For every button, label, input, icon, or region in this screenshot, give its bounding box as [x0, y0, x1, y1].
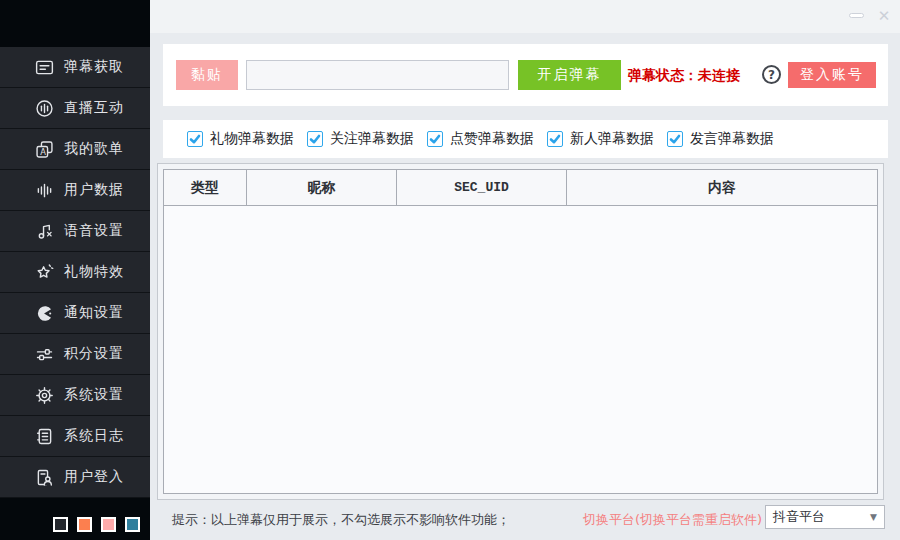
platform-select[interactable]: 抖音平台 ▼ [765, 505, 885, 529]
filter-like-danmaku[interactable]: 点赞弹幕数据 [427, 120, 534, 158]
sidebar-item-label: 我的歌单 [64, 140, 124, 158]
sidebar-item-label: 用户数据 [64, 181, 124, 199]
room-url-input[interactable] [246, 60, 509, 90]
filter-label: 发言弹幕数据 [690, 130, 774, 148]
theme-color-swatches [0, 517, 150, 532]
table-header-row: 类型 昵称 SEC_UID 内容 [164, 170, 877, 206]
sidebar-item-my-playlist[interactable]: A 我的歌单 [0, 129, 150, 170]
filter-newcomer-danmaku[interactable]: 新人弹幕数据 [547, 120, 654, 158]
minimize-button[interactable] [849, 13, 864, 18]
checkbox-checked-icon[interactable] [307, 131, 323, 147]
table-header-type: 类型 [164, 170, 247, 205]
system-gear-icon [34, 385, 55, 406]
sidebar-item-label: 弹幕获取 [64, 58, 124, 76]
chevron-down-icon: ▼ [870, 512, 877, 522]
theme-swatch-dark[interactable] [53, 517, 68, 532]
login-account-button[interactable]: 登入账号 [788, 62, 876, 88]
footer-tip-label: 提示：以上弹幕仅用于展示，不勾选展示不影响软件功能； [172, 511, 510, 529]
sidebar-item-user-login[interactable]: 用户登入 [0, 457, 150, 498]
points-sliders-icon [34, 344, 55, 365]
checkbox-checked-icon[interactable] [547, 131, 563, 147]
sidebar-item-points-settings[interactable]: 积分设置 [0, 334, 150, 375]
sidebar-item-label: 通知设置 [64, 304, 124, 322]
filter-label: 点赞弹幕数据 [450, 130, 534, 148]
filter-gift-danmaku[interactable]: 礼物弹幕数据 [187, 120, 294, 158]
danmaku-status-label: 弹幕状态：未连接 [628, 67, 740, 85]
user-data-bars-icon [34, 180, 55, 201]
sidebar-item-label: 积分设置 [64, 345, 124, 363]
close-button[interactable]: ✕ [875, 6, 893, 26]
filter-card: 礼物弹幕数据 关注弹幕数据 点赞弹幕数据 新人弹幕数据 发言弹幕数据 [163, 120, 888, 158]
filter-label: 关注弹幕数据 [330, 130, 414, 148]
live-interact-icon [34, 98, 55, 119]
sidebar-item-live-interaction[interactable]: 直播互动 [0, 88, 150, 129]
notification-icon [34, 303, 55, 324]
connection-card: 黏贴 开启弹幕 弹幕状态：未连接 ? 登入账号 [163, 44, 888, 106]
checkbox-checked-icon[interactable] [667, 131, 683, 147]
filter-label: 礼物弹幕数据 [210, 130, 294, 148]
danmaku-list-icon [34, 57, 55, 78]
sidebar-item-system-settings[interactable]: 系统设置 [0, 375, 150, 416]
sidebar-nav: 弹幕获取 直播互动 A 我的歌单 用户数据 语音设置 [0, 47, 150, 498]
sidebar-item-label: 系统日志 [64, 427, 124, 445]
filter-chat-danmaku[interactable]: 发言弹幕数据 [667, 120, 774, 158]
theme-swatch-teal[interactable] [125, 517, 140, 532]
table-header-nickname: 昵称 [247, 170, 397, 205]
danmaku-table: 类型 昵称 SEC_UID 内容 [163, 169, 878, 494]
checkbox-checked-icon[interactable] [187, 131, 203, 147]
filter-follow-danmaku[interactable]: 关注弹幕数据 [307, 120, 414, 158]
sidebar-item-gift-effects[interactable]: 礼物特效 [0, 252, 150, 293]
table-body-empty [164, 206, 877, 493]
sidebar-item-label: 语音设置 [64, 222, 124, 240]
filter-label: 新人弹幕数据 [570, 130, 654, 148]
gift-star-icon [34, 262, 55, 283]
theme-swatch-pink[interactable] [101, 517, 116, 532]
playlist-icon: A [34, 139, 55, 160]
paste-button[interactable]: 黏贴 [176, 60, 238, 90]
help-icon[interactable]: ? [762, 65, 781, 84]
table-header-sec-uid: SEC_UID [397, 170, 567, 205]
start-danmaku-button[interactable]: 开启弹幕 [518, 60, 621, 90]
sidebar-item-voice-settings[interactable]: 语音设置 [0, 211, 150, 252]
voice-note-icon [34, 221, 55, 242]
sidebar-item-user-data[interactable]: 用户数据 [0, 170, 150, 211]
sidebar-item-system-log[interactable]: 系统日志 [0, 416, 150, 457]
sidebar-item-label: 系统设置 [64, 386, 124, 404]
user-login-icon [34, 467, 55, 488]
danmaku-table-panel: 类型 昵称 SEC_UID 内容 [157, 163, 884, 500]
checkbox-checked-icon[interactable] [427, 131, 443, 147]
svg-text:A: A [40, 146, 46, 156]
sidebar-item-label: 礼物特效 [64, 263, 124, 281]
titlebar: ✕ [150, 0, 900, 33]
sidebar-item-label: 用户登入 [64, 468, 124, 486]
switch-platform-note[interactable]: 切换平台(切换平台需重启软件) [583, 511, 762, 529]
platform-select-value: 抖音平台 [773, 508, 825, 526]
table-header-content: 内容 [567, 170, 877, 205]
theme-swatch-orange[interactable] [77, 517, 92, 532]
system-log-icon [34, 426, 55, 447]
sidebar-item-label: 直播互动 [64, 99, 124, 117]
sidebar: 弹幕获取 直播互动 A 我的歌单 用户数据 语音设置 [0, 0, 150, 540]
sidebar-item-notification-settings[interactable]: 通知设置 [0, 293, 150, 334]
sidebar-item-danmaku-capture[interactable]: 弹幕获取 [0, 47, 150, 88]
